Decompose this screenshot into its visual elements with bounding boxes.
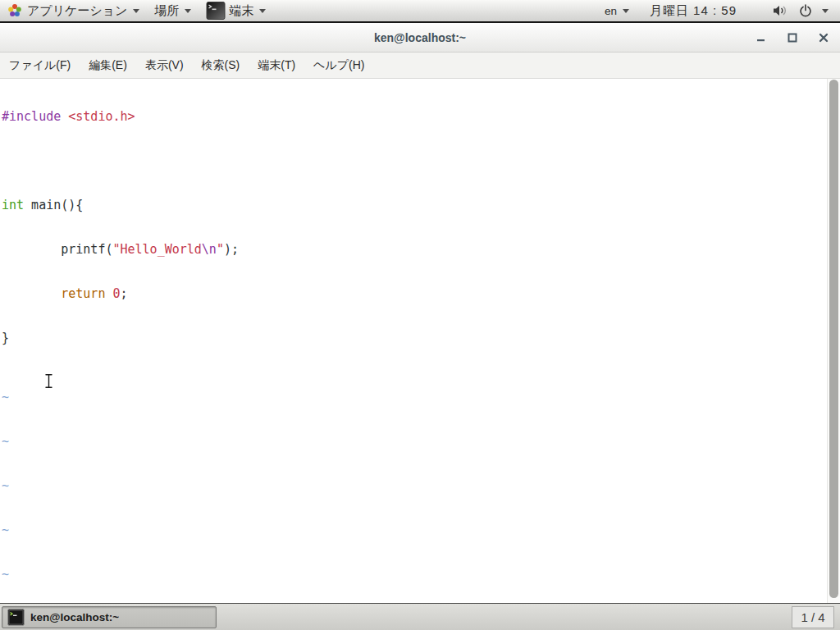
scrollbar[interactable]	[827, 79, 840, 603]
code-token: 0	[112, 286, 120, 301]
code-token: return	[61, 286, 105, 301]
places-menu[interactable]: 場所	[147, 0, 199, 21]
active-app-menu-label: 端末	[229, 3, 253, 19]
terminal-icon	[206, 1, 226, 21]
chevron-down-icon[interactable]	[822, 9, 829, 13]
window-titlebar[interactable]: ken@localhost:~	[0, 23, 840, 52]
code-token: \n	[202, 242, 217, 257]
menu-item-terminal[interactable]: 端末(T)	[249, 58, 304, 73]
desktop: アプリケーション 場所	[0, 0, 840, 630]
code-token: );	[224, 242, 239, 257]
menu-item-file[interactable]: ファイル(F)	[0, 58, 80, 73]
code-token	[2, 286, 61, 301]
chevron-down-icon	[133, 9, 139, 13]
code-line: printf("Hello_World\n");	[2, 242, 840, 257]
code-line: }	[2, 331, 840, 345]
vim-empty-line: ~	[2, 434, 840, 449]
taskbar-window-button[interactable]: ken@localhost:~	[2, 606, 217, 628]
language-indicator[interactable]: en	[597, 0, 637, 21]
power-icon[interactable]	[799, 4, 812, 17]
terminal-icon	[7, 609, 25, 626]
window-title: ken@localhost:~	[374, 31, 466, 44]
applications-icon	[7, 3, 22, 18]
code-token: int	[2, 198, 24, 212]
menu-item-search[interactable]: 検索(S)	[193, 58, 249, 73]
code-token: #include	[2, 109, 68, 124]
panel-right-tray: en 月曜日 14 : 59	[597, 0, 840, 21]
vim-empty-line: ~	[2, 567, 840, 582]
terminal-menubar: ファイル(F) 編集(E) 表示(V) 検索(S) 端末(T) ヘルプ(H)	[0, 52, 840, 79]
taskbar: ken@localhost:~ 1 / 4	[0, 603, 840, 630]
code-token: <stdio.h>	[68, 109, 135, 124]
vim-empty-line: ~	[2, 478, 840, 493]
taskbar-window-label: ken@localhost:~	[30, 611, 119, 623]
places-menu-label: 場所	[154, 3, 179, 19]
top-panel: アプリケーション 場所	[0, 0, 840, 23]
code-token: printf(	[2, 242, 112, 257]
code-line: int main(){	[2, 198, 840, 212]
close-button[interactable]	[814, 28, 833, 48]
menu-item-edit[interactable]: 編集(E)	[80, 58, 136, 73]
code-token: ;	[121, 286, 128, 301]
language-indicator-label: en	[605, 5, 617, 17]
code-line: return 0;	[2, 286, 840, 301]
scrollbar-thumb[interactable]	[829, 80, 838, 598]
menu-item-help[interactable]: ヘルプ(H)	[304, 58, 373, 73]
workspace-switcher[interactable]: 1 / 4	[792, 606, 834, 628]
code-token: "Hello_World	[112, 242, 201, 257]
clock[interactable]: 月曜日 14 : 59	[650, 3, 737, 19]
chevron-down-icon	[259, 9, 266, 13]
active-app-menu[interactable]: 端末	[199, 0, 273, 21]
code-line: #include <stdio.h>	[2, 109, 840, 124]
chevron-down-icon	[185, 9, 191, 13]
code-token: "	[217, 242, 224, 257]
panel-left-menus: アプリケーション 場所	[0, 0, 273, 21]
maximize-button[interactable]	[783, 28, 802, 48]
window-controls	[751, 23, 833, 52]
code-line-blank	[2, 153, 840, 168]
code-token: main(){	[24, 198, 83, 212]
chevron-down-icon	[623, 9, 629, 13]
applications-menu[interactable]: アプリケーション	[0, 0, 147, 21]
vim-empty-line: ~	[2, 390, 840, 404]
terminal-screen[interactable]: #include <stdio.h> int main(){ printf("H…	[0, 79, 840, 603]
volume-icon[interactable]	[773, 4, 788, 17]
vim-empty-line: ~	[2, 523, 840, 537]
minimize-button[interactable]	[751, 28, 771, 48]
code-token: }	[2, 331, 9, 345]
applications-menu-label: アプリケーション	[27, 3, 127, 19]
menu-item-view[interactable]: 表示(V)	[136, 58, 193, 73]
